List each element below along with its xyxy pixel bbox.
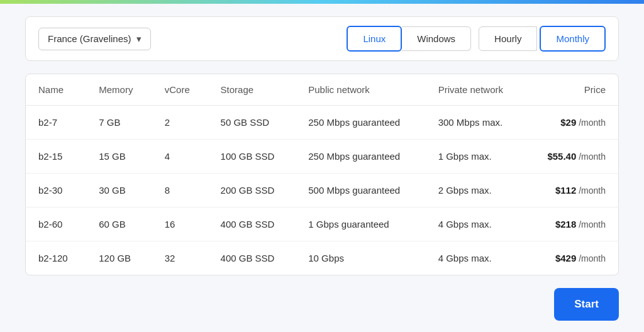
- cell-price: $29 /month: [526, 106, 618, 140]
- table-header-row: Name Memory vCore Storage Public network…: [26, 74, 618, 106]
- col-public-network: Public network: [296, 74, 425, 106]
- cell-vcore: 16: [152, 208, 208, 241]
- cell-memory: 120 GB: [86, 241, 152, 275]
- col-memory: Memory: [86, 74, 152, 106]
- col-private-network: Private network: [426, 74, 526, 106]
- cell-name: b2-120: [26, 241, 86, 275]
- os-billing-controls: Linux Windows Hourly Monthly: [347, 26, 606, 52]
- cell-storage: 200 GB SSD: [208, 174, 296, 208]
- cell-vcore: 2: [152, 106, 208, 140]
- cell-public-network: 250 Mbps guaranteed: [296, 140, 425, 174]
- cell-public-network: 500 Mbps guaranteed: [296, 174, 425, 208]
- cell-storage: 50 GB SSD: [208, 106, 296, 140]
- col-storage: Storage: [208, 74, 296, 106]
- cell-price: $218 /month: [526, 208, 618, 241]
- cell-private-network: 4 Gbps max.: [426, 208, 526, 241]
- table-row: b2-30 30 GB 8 200 GB SSD 500 Mbps guaran…: [26, 174, 618, 208]
- cell-name: b2-60: [26, 208, 86, 241]
- cell-public-network: 250 Mbps guaranteed: [296, 106, 425, 140]
- cell-name: b2-7: [26, 106, 86, 140]
- os-windows-button[interactable]: Windows: [402, 26, 471, 51]
- table-row: b2-15 15 GB 4 100 GB SSD 250 Mbps guaran…: [26, 140, 618, 174]
- header-bar: France (Gravelines) ▾ Linux Windows Hour…: [25, 16, 619, 61]
- start-button[interactable]: Start: [554, 288, 619, 321]
- cell-private-network: 4 Gbps max.: [426, 241, 526, 275]
- table-row: b2-60 60 GB 16 400 GB SSD 1 Gbps guarant…: [26, 208, 618, 241]
- cell-price: $55.40 /month: [526, 140, 618, 174]
- cell-storage: 100 GB SSD: [208, 140, 296, 174]
- footer-bar: Start: [25, 288, 619, 321]
- cell-memory: 60 GB: [86, 208, 152, 241]
- col-price: Price: [526, 74, 618, 106]
- cell-vcore: 8: [152, 174, 208, 208]
- cell-storage: 400 GB SSD: [208, 208, 296, 241]
- os-linux-button[interactable]: Linux: [347, 26, 402, 52]
- pricing-table: Name Memory vCore Storage Public network…: [26, 74, 618, 275]
- col-vcore: vCore: [152, 74, 208, 106]
- cell-name: b2-15: [26, 140, 86, 174]
- billing-hourly-button[interactable]: Hourly: [479, 26, 537, 51]
- cell-memory: 30 GB: [86, 174, 152, 208]
- cell-private-network: 1 Gbps max.: [426, 140, 526, 174]
- cell-vcore: 4: [152, 140, 208, 174]
- location-label: France (Gravelines): [48, 33, 131, 44]
- location-dropdown[interactable]: France (Gravelines) ▾: [38, 28, 151, 50]
- cell-storage: 400 GB SSD: [208, 241, 296, 275]
- table-row: b2-7 7 GB 2 50 GB SSD 250 Mbps guarantee…: [26, 106, 618, 140]
- billing-monthly-button[interactable]: Monthly: [540, 26, 606, 52]
- cell-price: $112 /month: [526, 174, 618, 208]
- cell-name: b2-30: [26, 174, 86, 208]
- billing-group: Hourly Monthly: [479, 26, 606, 52]
- cell-public-network: 10 Gbps: [296, 241, 425, 275]
- col-name: Name: [26, 74, 86, 106]
- cell-public-network: 1 Gbps guaranteed: [296, 208, 425, 241]
- table-row: b2-120 120 GB 32 400 GB SSD 10 Gbps 4 Gb…: [26, 241, 618, 275]
- cell-memory: 15 GB: [86, 140, 152, 174]
- cell-private-network: 2 Gbps max.: [426, 174, 526, 208]
- cell-vcore: 32: [152, 241, 208, 275]
- os-group: Linux Windows: [347, 26, 471, 52]
- cell-private-network: 300 Mbps max.: [426, 106, 526, 140]
- cell-memory: 7 GB: [86, 106, 152, 140]
- cell-price: $429 /month: [526, 241, 618, 275]
- pricing-table-container: Name Memory vCore Storage Public network…: [25, 74, 619, 275]
- chevron-down-icon: ▾: [136, 33, 142, 45]
